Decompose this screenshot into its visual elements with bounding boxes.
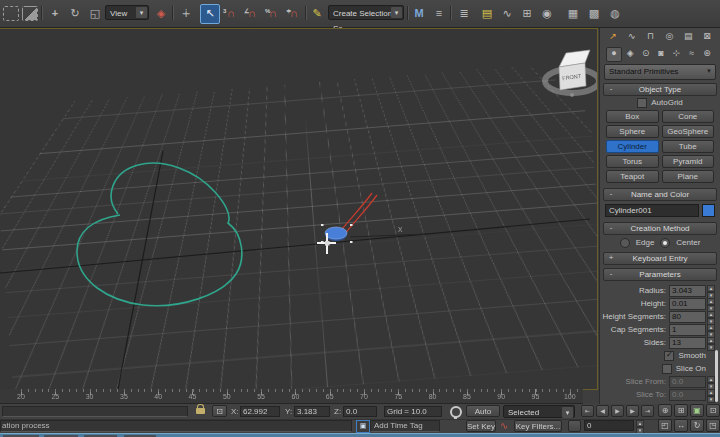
frame-spinner[interactable]: ▴▾ bbox=[636, 420, 644, 432]
rectangular-selection-region-icon[interactable] bbox=[3, 6, 19, 21]
zoom-extents-icon[interactable]: ▣ bbox=[690, 404, 704, 417]
rollout-collapse-icon[interactable]: - bbox=[607, 190, 615, 198]
selection-lock-icon[interactable] bbox=[196, 408, 205, 414]
percent-snap-icon[interactable]: %∩ bbox=[264, 4, 282, 22]
absolute-mode-toggle-icon[interactable]: ⊡ bbox=[212, 405, 227, 417]
parameter-value-field[interactable]: 1 bbox=[669, 324, 706, 336]
select-and-scale-icon[interactable]: ◱ bbox=[86, 4, 104, 22]
viewcube-home-dot[interactable] bbox=[570, 93, 574, 97]
red-spline[interactable] bbox=[339, 193, 372, 233]
time-tag-icon[interactable]: ▣ bbox=[356, 420, 370, 433]
parameter-value-field[interactable]: 3.043 bbox=[669, 285, 706, 297]
spinner-arrows[interactable]: ▴▾ bbox=[707, 311, 715, 323]
rollout-keyboard-entry[interactable]: + Keyboard Entry bbox=[603, 252, 717, 265]
tab-create-icon[interactable]: ↗ bbox=[606, 30, 620, 43]
object-type-button-plane[interactable]: Plane bbox=[662, 170, 715, 183]
go-to-end-button[interactable]: ⇥ bbox=[641, 405, 654, 417]
edge-radio[interactable] bbox=[620, 238, 630, 248]
select-and-manipulate-icon[interactable]: ∔ bbox=[177, 4, 195, 22]
category-cameras-icon[interactable]: ◙ bbox=[654, 47, 668, 60]
spinner-arrows[interactable]: ▴▾ bbox=[707, 389, 715, 401]
layer-manager-icon[interactable]: ≣ bbox=[455, 4, 473, 22]
zoom-region-icon[interactable]: ◰ bbox=[658, 419, 672, 432]
category-systems-icon[interactable]: ⊛ bbox=[700, 47, 714, 60]
zoom-extents-all-icon[interactable]: ⊡ bbox=[706, 404, 720, 417]
key-mode-toggle-icon[interactable] bbox=[568, 420, 581, 432]
object-type-button-sphere[interactable]: Sphere bbox=[606, 125, 659, 138]
play-button[interactable]: ▶ bbox=[611, 405, 624, 417]
rollout-collapse-icon[interactable]: - bbox=[607, 224, 615, 232]
rollout-object-type[interactable]: - Object Type bbox=[603, 83, 717, 96]
new-key-curve-icon[interactable]: ∿ bbox=[500, 420, 508, 431]
next-frame-button[interactable]: ▶ bbox=[626, 405, 639, 417]
primitive-category-dropdown[interactable]: Standard Primitives ▾ bbox=[604, 64, 716, 80]
tab-hierarchy-icon[interactable]: ⊓ bbox=[644, 30, 658, 43]
previous-frame-button[interactable]: ◀ bbox=[596, 405, 609, 417]
auto-key-button[interactable]: Auto Key bbox=[466, 405, 500, 417]
key-filters-button[interactable]: Key Filters... bbox=[514, 420, 562, 432]
tab-modify-icon[interactable]: ∿ bbox=[625, 30, 639, 43]
object-color-swatch[interactable] bbox=[702, 204, 715, 217]
viewport-perspective[interactable]: x FRONT bbox=[0, 28, 598, 390]
chevron-down-icon[interactable]: ▾ bbox=[562, 407, 573, 418]
object-type-button-geosphere[interactable]: GeoSphere bbox=[662, 125, 715, 138]
spinner-arrows[interactable]: ▴▾ bbox=[707, 324, 715, 336]
zoom-icon[interactable]: ⊕ bbox=[658, 404, 672, 417]
spinner-arrows[interactable]: ▴▾ bbox=[707, 285, 715, 297]
tab-utilities-icon[interactable]: ⊠ bbox=[700, 30, 714, 43]
render-setup-icon[interactable]: ▦ bbox=[564, 4, 582, 22]
parameter-value-field[interactable]: 0.0 bbox=[669, 389, 706, 401]
object-type-button-cone[interactable]: Cone bbox=[662, 110, 715, 123]
select-and-move-icon[interactable]: + bbox=[46, 4, 64, 22]
panel-scrollbar[interactable] bbox=[715, 350, 718, 402]
rollout-expand-icon[interactable]: + bbox=[607, 254, 615, 262]
move-gizmo-center[interactable] bbox=[325, 241, 330, 246]
cylinder-object[interactable] bbox=[325, 227, 347, 239]
category-helpers-icon[interactable]: ⊹ bbox=[669, 47, 683, 60]
current-frame-field[interactable]: 0 bbox=[584, 420, 634, 431]
rollout-name-and-color[interactable]: - Name and Color bbox=[603, 188, 717, 201]
spinner-snap-icon[interactable]: ≑∩ bbox=[285, 4, 303, 22]
center-radio[interactable] bbox=[660, 238, 670, 248]
add-time-tag-label[interactable]: Add Time Tag bbox=[374, 421, 423, 430]
category-lights-icon[interactable]: ⊙ bbox=[639, 47, 653, 60]
zoom-all-icon[interactable]: ⊞ bbox=[674, 404, 688, 417]
x-coordinate-field[interactable]: 62.992 bbox=[240, 406, 280, 417]
object-type-button-teapot[interactable]: Teapot bbox=[606, 170, 659, 183]
edit-named-selection-sets-icon[interactable]: ✎ bbox=[308, 4, 326, 22]
spinner-arrows[interactable]: ▴▾ bbox=[707, 337, 715, 349]
spinner-arrows[interactable]: ▴▾ bbox=[707, 376, 715, 388]
set-key-button[interactable]: Set Key bbox=[466, 420, 496, 432]
spinner-arrows[interactable]: ▴▾ bbox=[707, 298, 715, 310]
key-filter-dropdown[interactable]: Selected ▾ bbox=[503, 405, 575, 418]
object-type-button-torus[interactable]: Torus bbox=[606, 155, 659, 168]
rollout-collapse-icon[interactable]: - bbox=[607, 85, 615, 93]
slice-on-checkbox[interactable] bbox=[662, 364, 672, 374]
window-crossing-icon[interactable] bbox=[22, 6, 38, 21]
parameter-value-field[interactable]: 80 bbox=[669, 311, 706, 323]
select-object-icon[interactable]: ↖ bbox=[200, 4, 220, 24]
layer-properties-icon[interactable]: ▤ bbox=[478, 4, 496, 22]
red-spline[interactable] bbox=[344, 195, 377, 235]
category-geometry-icon[interactable]: ● bbox=[606, 47, 622, 62]
rendered-frame-window-icon[interactable]: ▩ bbox=[585, 4, 603, 22]
z-coordinate-field[interactable]: 0.0 bbox=[343, 406, 377, 417]
rollout-collapse-icon[interactable]: - bbox=[607, 270, 615, 278]
parameter-value-field[interactable]: 0.01 bbox=[669, 298, 706, 310]
parameter-value-field[interactable]: 0.0 bbox=[669, 376, 706, 388]
select-and-rotate-icon[interactable]: ↻ bbox=[66, 4, 84, 22]
render-production-icon[interactable]: ◍ bbox=[606, 4, 624, 22]
tab-display-icon[interactable]: ▤ bbox=[681, 30, 695, 43]
category-shapes-icon[interactable]: ◈ bbox=[623, 47, 637, 60]
snap-toggle-3d-icon[interactable]: 3∩ bbox=[222, 4, 240, 22]
reference-coordinate-dropdown[interactable]: View ▾ bbox=[105, 5, 149, 20]
curve-editor-icon[interactable]: ∿ bbox=[498, 4, 516, 22]
tab-motion-icon[interactable]: ◎ bbox=[662, 30, 676, 43]
material-editor-icon[interactable]: ◉ bbox=[538, 4, 556, 22]
named-selection-set-dropdown[interactable]: Create Selection Se ▾ bbox=[328, 5, 404, 20]
chevron-down-icon[interactable]: ▾ bbox=[704, 66, 714, 76]
orbit-icon[interactable]: ↻ bbox=[690, 419, 704, 432]
smooth-checkbox[interactable]: ✓ bbox=[664, 351, 674, 361]
align-icon[interactable]: ≡ bbox=[430, 4, 448, 22]
object-type-button-box[interactable]: Box bbox=[606, 110, 659, 123]
